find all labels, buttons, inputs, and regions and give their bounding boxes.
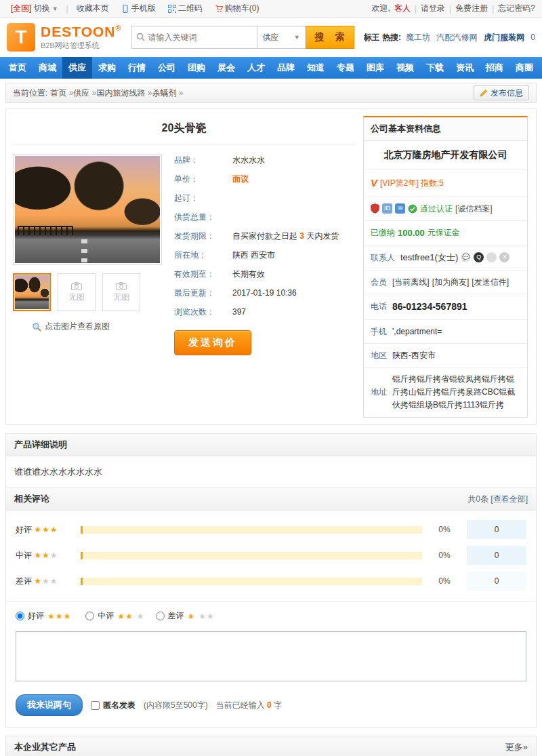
check-icon bbox=[408, 204, 417, 214]
register-link[interactable]: 免费注册 bbox=[455, 3, 488, 14]
more-link[interactable]: 更多» bbox=[505, 741, 528, 753]
divider: | bbox=[492, 4, 494, 14]
shield-icon bbox=[371, 203, 379, 214]
no-image-label: 无图 bbox=[113, 292, 129, 303]
nav-item-home[interactable]: 首页 bbox=[3, 57, 33, 79]
submit-comment-button[interactable]: 我来说两句 bbox=[16, 694, 83, 716]
region-switcher[interactable]: [全国]切换▼ bbox=[7, 3, 62, 14]
favorite-page-link[interactable]: 收藏本页 bbox=[72, 3, 113, 14]
qrcode-link[interactable]: 二维码 bbox=[164, 3, 207, 14]
breadcrumb-subcategory[interactable]: 杀螨剂 bbox=[152, 87, 183, 99]
nav-item-news[interactable]: 资讯 bbox=[450, 57, 480, 79]
send-message-link[interactable]: [发送信件] bbox=[472, 276, 509, 288]
stars-inactive: ★★ bbox=[199, 612, 215, 621]
radio-bad-input[interactable] bbox=[156, 612, 165, 620]
detail-comments-box: 产品详细说明 谁谁谁水水水水水水水 相关评论 共0条 [查看全部] 好评 ★★★… bbox=[5, 433, 537, 728]
nav-item-group[interactable]: 团购 bbox=[182, 57, 211, 79]
stars-active: ★★★ bbox=[47, 612, 71, 621]
camera-icon bbox=[116, 282, 127, 290]
send-inquiry-button[interactable]: 发送询价 bbox=[174, 330, 251, 355]
radio-good[interactable]: 好评★★★ bbox=[16, 610, 75, 622]
nav-item-quote[interactable]: 行情 bbox=[122, 57, 152, 79]
forgot-password-link[interactable]: 忘记密码? bbox=[498, 3, 535, 14]
search-category-select[interactable]: 供应▼ bbox=[257, 26, 306, 49]
radio-bad[interactable]: 差评★★★ bbox=[156, 610, 215, 622]
rating-row-bad: 差评 ★★★ 0% 0 bbox=[16, 572, 526, 591]
hot-word-link[interactable]: 虎门服装网 bbox=[484, 33, 524, 42]
breadcrumb-supply[interactable]: 供应 bbox=[73, 87, 96, 99]
field-label: 有效期至： bbox=[174, 269, 232, 279]
nav-item-invest[interactable]: 招商 bbox=[480, 57, 509, 79]
nav-item-supply[interactable]: 供应 bbox=[62, 57, 92, 79]
breadcrumb-label: 当前位置: bbox=[13, 87, 47, 99]
hot-word-link[interactable]: 0153.cn bbox=[530, 33, 535, 42]
sunset-thumb-art bbox=[15, 275, 49, 309]
field-updated: 最后更新：2017-01-19 10:36 bbox=[174, 288, 355, 298]
topbar-right: 欢迎, 客人 | 请登录 | 免费注册 | 忘记密码? bbox=[372, 3, 535, 14]
rating-radio-group: 好评★★★ 中评★★★ 差评★★★ bbox=[6, 602, 536, 624]
anonymous-checkbox[interactable] bbox=[91, 701, 100, 710]
stars-inactive: ★★ bbox=[42, 576, 58, 586]
thumbnail-active[interactable] bbox=[13, 273, 51, 311]
comment-textarea[interactable] bbox=[16, 631, 526, 681]
credit-archive-link[interactable]: [诚信档案] bbox=[455, 203, 493, 215]
product-main: 20头骨瓷 无图 bbox=[13, 116, 355, 418]
anonymous-option[interactable]: 匿名发表 bbox=[91, 700, 136, 711]
nav-item-circle[interactable]: 商圈 bbox=[509, 57, 539, 79]
nav-item-special[interactable]: 专题 bbox=[331, 57, 360, 79]
rating-bar bbox=[81, 578, 422, 585]
field-label: 所在地： bbox=[174, 250, 232, 260]
cart-icon bbox=[215, 5, 223, 13]
field-label: 发货期限： bbox=[174, 231, 232, 241]
nav-item-buy[interactable]: 求购 bbox=[92, 57, 122, 79]
chat-icon[interactable]: 💬 bbox=[461, 252, 471, 262]
cart-link[interactable]: 购物车(0) bbox=[211, 3, 264, 14]
view-all-comments-link[interactable]: [查看全部] bbox=[491, 494, 528, 504]
rating-label: 差评 ★★★ bbox=[16, 576, 74, 587]
contact-label: 联系人 bbox=[371, 252, 395, 264]
hot-word-link[interactable]: 魔工坊 bbox=[406, 33, 430, 42]
view-original-link[interactable]: 点击图片查看原图 bbox=[32, 321, 163, 332]
deposit-prefix: 已缴纳 bbox=[371, 226, 395, 239]
nav-item-gallery[interactable]: 图库 bbox=[360, 57, 390, 79]
thumbnail-empty[interactable]: 无图 bbox=[58, 273, 96, 311]
messenger-icon[interactable] bbox=[486, 252, 497, 262]
nav-item-video[interactable]: 视频 bbox=[390, 57, 420, 79]
login-link[interactable]: 请登录 bbox=[421, 3, 445, 14]
nav-item-company[interactable]: 公司 bbox=[152, 57, 182, 79]
mobile-version-link[interactable]: 手机版 bbox=[117, 3, 160, 14]
qq-icon[interactable]: Q bbox=[474, 252, 484, 262]
rating-count: 0 bbox=[467, 520, 526, 539]
search-input[interactable] bbox=[131, 26, 257, 49]
field-label: 供货总量： bbox=[174, 212, 232, 222]
phone-icon bbox=[121, 5, 129, 13]
nav-item-exhibition[interactable]: 展会 bbox=[211, 57, 241, 79]
nav-item-download[interactable]: 下载 bbox=[420, 57, 450, 79]
site-logo[interactable]: T DESTOON® B2B网站管理系统 bbox=[7, 23, 122, 52]
nav-item-know[interactable]: 知道 bbox=[301, 57, 331, 79]
nav-item-brand[interactable]: 品牌 bbox=[271, 57, 301, 79]
breadcrumb-category[interactable]: 国内旅游线路 bbox=[96, 87, 152, 99]
thumbnail-empty[interactable]: 无图 bbox=[102, 273, 140, 311]
field-label: 单价： bbox=[174, 174, 232, 184]
breadcrumb-home[interactable]: 首页 bbox=[50, 87, 73, 99]
contact-name: testfree1(女士) bbox=[400, 251, 458, 264]
company-panel-title: 公司基本资料信息 bbox=[364, 117, 527, 141]
no-image-label: 无图 bbox=[68, 292, 85, 303]
add-friend-link[interactable]: [加为商友] bbox=[432, 276, 470, 288]
nav-item-talent[interactable]: 人才 bbox=[241, 57, 271, 79]
hot-word-link[interactable]: 汽配汽修网 bbox=[437, 33, 478, 42]
field-price: 单价：面议 bbox=[174, 174, 355, 184]
magnifier-icon bbox=[32, 322, 41, 332]
region-label: 地区 bbox=[371, 349, 387, 361]
publish-info-button[interactable]: 发布信息 bbox=[474, 85, 529, 100]
nav-item-mall[interactable]: 商城 bbox=[33, 57, 62, 79]
radio-neutral[interactable]: 中评★★★ bbox=[85, 610, 144, 622]
radio-neutral-input[interactable] bbox=[85, 612, 94, 620]
search-button[interactable]: 搜 索 bbox=[306, 26, 354, 49]
radio-good-input[interactable] bbox=[16, 612, 24, 620]
product-main-image[interactable] bbox=[13, 154, 162, 265]
skype-icon[interactable]: ✕ bbox=[499, 252, 509, 262]
company-name-link[interactable]: 北京万隆房地产开发有限公司 bbox=[364, 141, 527, 170]
stars-active: ★★★ bbox=[34, 525, 58, 534]
